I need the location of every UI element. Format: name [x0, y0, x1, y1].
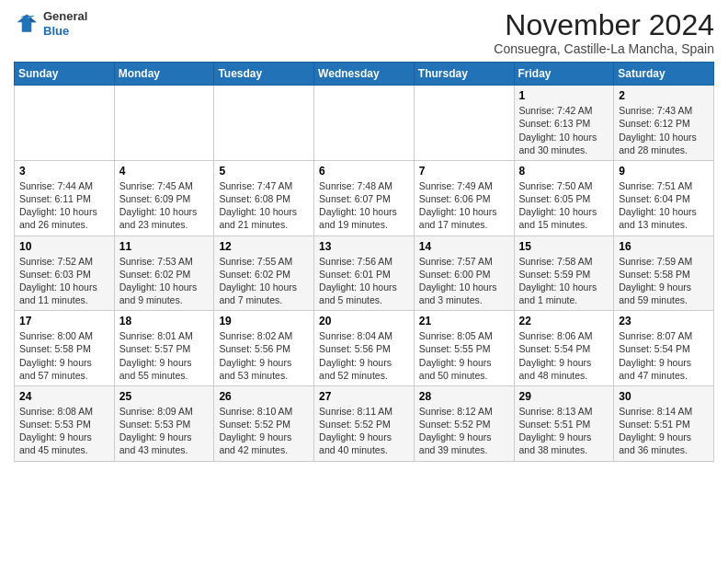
day-number: 8	[519, 165, 609, 178]
day-info: Sunrise: 7:47 AMSunset: 6:08 PMDaylight:…	[219, 179, 309, 232]
day-info: Sunrise: 8:05 AMSunset: 5:55 PMDaylight:…	[419, 329, 509, 382]
day-cell: 4Sunrise: 7:45 AMSunset: 6:09 PMDaylight…	[114, 160, 214, 236]
day-number: 20	[319, 315, 409, 327]
day-cell: 5Sunrise: 7:47 AMSunset: 6:08 PMDaylight…	[214, 160, 314, 236]
day-info: Sunrise: 7:43 AMSunset: 6:12 PMDaylight:…	[619, 104, 709, 156]
col-header-wednesday: Wednesday	[314, 63, 415, 86]
col-header-saturday: Saturday	[614, 63, 714, 86]
day-number: 25	[119, 390, 210, 403]
day-number: 22	[519, 315, 609, 327]
day-cell: 29Sunrise: 8:13 AMSunset: 5:51 PMDayligh…	[514, 385, 614, 461]
day-info: Sunrise: 8:08 AMSunset: 5:53 PMDaylight:…	[19, 405, 109, 457]
day-number: 29	[519, 390, 609, 403]
day-info: Sunrise: 7:50 AMSunset: 6:05 PMDaylight:…	[519, 179, 609, 232]
day-info: Sunrise: 8:14 AMSunset: 5:51 PMDaylight:…	[619, 405, 709, 457]
day-cell: 27Sunrise: 8:11 AMSunset: 5:52 PMDayligh…	[314, 385, 415, 461]
day-info: Sunrise: 7:52 AMSunset: 6:03 PMDaylight:…	[19, 255, 109, 307]
day-number: 5	[219, 165, 309, 178]
day-info: Sunrise: 8:04 AMSunset: 5:56 PMDaylight:…	[319, 329, 409, 382]
location-subtitle: Consuegra, Castille-La Mancha, Spain	[494, 41, 714, 56]
day-info: Sunrise: 8:01 AMSunset: 5:57 PMDaylight:…	[119, 329, 210, 382]
day-cell: 18Sunrise: 8:01 AMSunset: 5:57 PMDayligh…	[114, 311, 214, 386]
day-info: Sunrise: 7:44 AMSunset: 6:11 PMDaylight:…	[19, 179, 109, 232]
day-number: 26	[219, 390, 309, 403]
day-number: 3	[19, 165, 109, 178]
day-info: Sunrise: 7:55 AMSunset: 6:02 PMDaylight:…	[219, 255, 309, 307]
week-row-3: 10Sunrise: 7:52 AMSunset: 6:03 PMDayligh…	[15, 236, 714, 311]
week-row-2: 3Sunrise: 7:44 AMSunset: 6:11 PMDaylight…	[15, 160, 714, 236]
day-cell: 16Sunrise: 7:59 AMSunset: 5:58 PMDayligh…	[614, 236, 714, 311]
col-header-sunday: Sunday	[15, 63, 115, 86]
day-number: 13	[319, 240, 409, 253]
day-number: 19	[219, 315, 309, 327]
day-cell: 17Sunrise: 8:00 AMSunset: 5:58 PMDayligh…	[15, 311, 115, 386]
day-number: 30	[619, 390, 709, 403]
col-header-monday: Monday	[114, 63, 214, 86]
day-number: 1	[519, 89, 609, 102]
day-cell: 7Sunrise: 7:49 AMSunset: 6:06 PMDaylight…	[414, 160, 514, 236]
page-header: General Blue November 2024 Consuegra, Ca…	[14, 9, 714, 56]
day-info: Sunrise: 8:12 AMSunset: 5:52 PMDaylight:…	[419, 405, 509, 457]
day-number: 4	[119, 165, 210, 178]
day-cell: 25Sunrise: 8:09 AMSunset: 5:53 PMDayligh…	[114, 385, 214, 461]
day-cell: 20Sunrise: 8:04 AMSunset: 5:56 PMDayligh…	[314, 311, 415, 386]
day-number: 28	[419, 390, 509, 403]
day-cell: 24Sunrise: 8:08 AMSunset: 5:53 PMDayligh…	[15, 385, 115, 461]
day-cell: 21Sunrise: 8:05 AMSunset: 5:55 PMDayligh…	[414, 311, 514, 386]
day-number: 6	[319, 165, 409, 178]
day-number: 15	[519, 240, 609, 253]
day-info: Sunrise: 8:00 AMSunset: 5:58 PMDaylight:…	[19, 329, 109, 382]
day-number: 21	[419, 315, 509, 327]
col-header-tuesday: Tuesday	[214, 63, 314, 86]
day-cell: 9Sunrise: 7:51 AMSunset: 6:04 PMDaylight…	[614, 160, 714, 236]
day-info: Sunrise: 7:51 AMSunset: 6:04 PMDaylight:…	[619, 179, 709, 232]
day-number: 17	[19, 315, 109, 327]
day-number: 9	[619, 165, 709, 178]
col-header-friday: Friday	[514, 63, 614, 86]
col-header-thursday: Thursday	[414, 63, 514, 86]
day-cell: 12Sunrise: 7:55 AMSunset: 6:02 PMDayligh…	[214, 236, 314, 311]
calendar-table: SundayMondayTuesdayWednesdayThursdayFrid…	[14, 62, 714, 461]
day-info: Sunrise: 7:59 AMSunset: 5:58 PMDaylight:…	[619, 255, 709, 307]
day-cell: 8Sunrise: 7:50 AMSunset: 6:05 PMDaylight…	[514, 160, 614, 236]
day-cell: 15Sunrise: 7:58 AMSunset: 5:59 PMDayligh…	[514, 236, 614, 311]
day-cell	[114, 86, 214, 161]
logo-icon	[14, 11, 40, 37]
day-number: 11	[119, 240, 210, 253]
day-info: Sunrise: 8:10 AMSunset: 5:52 PMDaylight:…	[219, 405, 309, 457]
week-row-4: 17Sunrise: 8:00 AMSunset: 5:58 PMDayligh…	[15, 311, 714, 386]
day-number: 27	[319, 390, 409, 403]
day-info: Sunrise: 7:48 AMSunset: 6:07 PMDaylight:…	[319, 179, 409, 232]
day-cell	[15, 86, 115, 161]
day-info: Sunrise: 7:49 AMSunset: 6:06 PMDaylight:…	[419, 179, 509, 232]
week-row-5: 24Sunrise: 8:08 AMSunset: 5:53 PMDayligh…	[15, 385, 714, 461]
day-number: 14	[419, 240, 509, 253]
day-cell: 1Sunrise: 7:42 AMSunset: 6:13 PMDaylight…	[514, 86, 614, 161]
day-info: Sunrise: 7:56 AMSunset: 6:01 PMDaylight:…	[319, 255, 409, 307]
month-title: November 2024	[494, 9, 714, 41]
day-cell: 30Sunrise: 8:14 AMSunset: 5:51 PMDayligh…	[614, 385, 714, 461]
day-cell: 22Sunrise: 8:06 AMSunset: 5:54 PMDayligh…	[514, 311, 614, 386]
day-cell: 6Sunrise: 7:48 AMSunset: 6:07 PMDaylight…	[314, 160, 415, 236]
day-cell: 14Sunrise: 7:57 AMSunset: 6:00 PMDayligh…	[414, 236, 514, 311]
week-row-1: 1Sunrise: 7:42 AMSunset: 6:13 PMDaylight…	[15, 86, 714, 161]
day-number: 7	[419, 165, 509, 178]
day-cell: 3Sunrise: 7:44 AMSunset: 6:11 PMDaylight…	[15, 160, 115, 236]
day-number: 2	[619, 89, 709, 102]
day-number: 24	[19, 390, 109, 403]
logo-blue: Blue	[43, 24, 87, 39]
day-cell: 10Sunrise: 7:52 AMSunset: 6:03 PMDayligh…	[15, 236, 115, 311]
day-info: Sunrise: 8:11 AMSunset: 5:52 PMDaylight:…	[319, 405, 409, 457]
day-cell: 28Sunrise: 8:12 AMSunset: 5:52 PMDayligh…	[414, 385, 514, 461]
day-info: Sunrise: 7:58 AMSunset: 5:59 PMDaylight:…	[519, 255, 609, 307]
day-info: Sunrise: 8:07 AMSunset: 5:54 PMDaylight:…	[619, 329, 709, 382]
day-number: 23	[619, 315, 709, 327]
day-cell	[414, 86, 514, 161]
day-number: 16	[619, 240, 709, 253]
logo-general: General	[43, 9, 87, 24]
day-cell	[314, 86, 415, 161]
calendar-header-row: SundayMondayTuesdayWednesdayThursdayFrid…	[15, 63, 714, 86]
day-info: Sunrise: 7:45 AMSunset: 6:09 PMDaylight:…	[119, 179, 210, 232]
day-cell: 19Sunrise: 8:02 AMSunset: 5:56 PMDayligh…	[214, 311, 314, 386]
day-cell: 2Sunrise: 7:43 AMSunset: 6:12 PMDaylight…	[614, 86, 714, 161]
